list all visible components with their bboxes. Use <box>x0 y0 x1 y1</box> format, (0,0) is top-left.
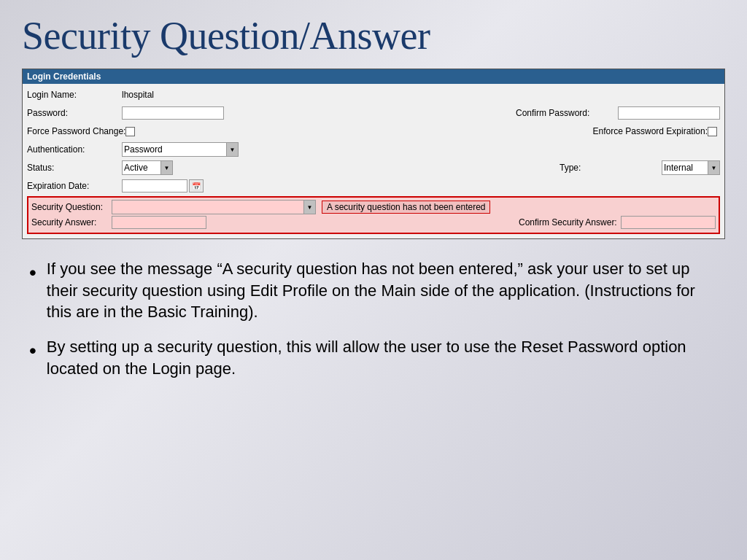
security-question-select-wrapper: ▼ <box>112 200 316 214</box>
bullet-text-2: By setting up a security question, this … <box>47 336 718 379</box>
security-answer-label: Security Answer: <box>31 217 112 228</box>
form-body: Login Name: lhospital Password: Confirm … <box>23 84 724 238</box>
status-row: Status: Active Inactive ▼ Type: Internal… <box>27 160 720 176</box>
login-credentials-panel: Login Credentials Login Name: lhospital … <box>22 69 725 239</box>
force-password-label: Force Password Change: <box>27 126 125 136</box>
enforce-expiration-checkbox[interactable] <box>708 127 717 136</box>
login-name-row: Login Name: lhospital <box>27 87 720 103</box>
force-password-checkbox[interactable] <box>125 127 135 136</box>
password-input[interactable] <box>122 106 224 120</box>
confirm-security-answer-input[interactable] <box>621 216 716 229</box>
security-question-row: Security Question: ▼ A security question… <box>31 200 716 214</box>
password-label: Password: <box>27 108 122 118</box>
security-answer-input[interactable] <box>112 216 206 229</box>
status-label: Status: <box>27 163 122 173</box>
bullet-item-1: • If you see the message “A security que… <box>29 258 718 323</box>
type-select-wrapper: Internal External ▼ <box>662 160 720 175</box>
security-question-label: Security Question: <box>31 202 112 212</box>
type-select[interactable]: Internal External <box>662 160 720 175</box>
authentication-select[interactable]: Password LDAP None <box>122 142 239 157</box>
security-section: Security Question: ▼ A security question… <box>27 196 720 234</box>
enforce-expiration-label: Enforce Password Expiration: <box>593 126 708 136</box>
panel-header: Login Credentials <box>23 69 724 84</box>
force-password-row: Force Password Change: Enforce Password … <box>27 123 720 139</box>
type-label: Type: <box>560 163 662 173</box>
page-title: Security Question/Answer <box>22 13 725 58</box>
calendar-button[interactable]: 📅 <box>189 179 204 192</box>
status-select-wrapper: Active Inactive ▼ <box>122 160 173 175</box>
security-question-select[interactable] <box>112 200 316 214</box>
authentication-select-wrapper: Password LDAP None ▼ <box>122 142 239 157</box>
expiration-date-input[interactable] <box>122 179 187 192</box>
authentication-row: Authentication: Password LDAP None ▼ <box>27 141 720 158</box>
bullets-section: • If you see the message “A security que… <box>22 258 725 392</box>
status-select[interactable]: Active Inactive <box>122 160 173 175</box>
login-name-label: Login Name: <box>27 90 122 100</box>
authentication-label: Authentication: <box>27 144 122 155</box>
confirm-password-label: Confirm Password: <box>516 108 618 118</box>
confirm-security-answer-label: Confirm Security Answer: <box>519 217 621 228</box>
expiration-date-label: Expiration Date: <box>27 181 122 191</box>
security-message: A security question has not been entered <box>322 201 490 214</box>
login-name-value: lhospital <box>122 90 154 100</box>
bullet-dot-1: • <box>29 260 36 286</box>
bullet-text-1: If you see the message “A security quest… <box>47 258 718 323</box>
security-answer-row: Security Answer: Confirm Security Answer… <box>31 216 716 229</box>
confirm-password-input[interactable] <box>618 106 720 120</box>
expiration-date-row: Expiration Date: 📅 <box>27 178 720 194</box>
bullet-dot-2: • <box>29 338 36 364</box>
password-row: Password: Confirm Password: <box>27 105 720 121</box>
bullet-item-2: • By setting up a security question, thi… <box>29 336 718 379</box>
